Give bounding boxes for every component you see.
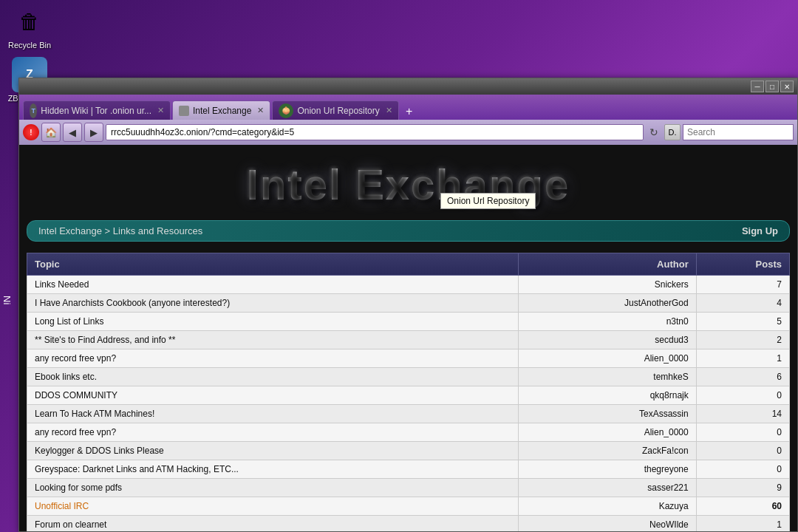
posts-cell: 60 bbox=[696, 497, 789, 516]
topic-cell[interactable]: Learn To Hack ATM Machines! bbox=[27, 405, 519, 423]
topic-cell[interactable]: Greyspace: Darknet Links and ATM Hacking… bbox=[27, 460, 519, 479]
breadcrumb-bar: Intel Exchange > Links and Resources Sig… bbox=[27, 220, 790, 242]
back-button[interactable]: ◀ bbox=[63, 123, 82, 142]
table-row[interactable]: Ebook links etc.temhkeS6 bbox=[27, 368, 790, 386]
table-row[interactable]: Forum on clearnetNeoWIlde1 bbox=[27, 516, 790, 532]
author-cell: thegreyone bbox=[518, 460, 696, 479]
posts-cell: 0 bbox=[696, 442, 789, 460]
posts-cell: 1 bbox=[696, 349, 789, 368]
topic-cell[interactable]: Links Needed bbox=[27, 276, 519, 294]
breadcrumb-text: Intel Exchange > Links and Resources bbox=[38, 225, 202, 236]
table-row[interactable]: Learn To Hack ATM Machines!TexAssassin14 bbox=[27, 405, 790, 423]
posts-cell: 0 bbox=[696, 386, 789, 405]
author-cell: secdud3 bbox=[518, 331, 696, 349]
forum-table: Topic Author Posts Links NeededSnickers7… bbox=[27, 253, 790, 531]
default-icon bbox=[179, 106, 189, 116]
table-row[interactable]: ** Site's to Find Address, and info **se… bbox=[27, 331, 790, 349]
topic-cell[interactable]: ** Site's to Find Address, and info ** bbox=[27, 331, 519, 349]
security-icon: ! bbox=[23, 124, 39, 140]
new-tab-button[interactable]: + bbox=[400, 103, 418, 120]
signup-button[interactable]: Sign Up bbox=[742, 225, 778, 236]
forward-button[interactable]: ▶ bbox=[84, 123, 103, 142]
recycle-bin-icon[interactable]: 🗑 Recycle Bin bbox=[4, 4, 55, 50]
col-topic: Topic bbox=[27, 253, 519, 276]
page-content: Intel Exchange Intel Exchange > Links an… bbox=[19, 145, 797, 531]
posts-cell: 0 bbox=[696, 423, 789, 442]
author-cell: NeoWIlde bbox=[518, 516, 696, 532]
minimize-button[interactable]: ─ bbox=[751, 81, 764, 92]
table-header-row: Topic Author Posts bbox=[27, 253, 790, 276]
tab-intel-exchange-label: Intel Exchange bbox=[193, 106, 251, 116]
table-row[interactable]: Keylogger & DDOS Links PleaseZackFa!con0 bbox=[27, 442, 790, 460]
title-bar: ─ □ ✕ bbox=[19, 78, 797, 95]
forum-table-wrapper: Topic Author Posts Links NeededSnickers7… bbox=[27, 253, 790, 531]
address-tooltip: Onion Url Repository bbox=[440, 193, 536, 209]
author-cell: n3tn0 bbox=[518, 313, 696, 331]
author-cell: sasser221 bbox=[518, 479, 696, 497]
topic-cell[interactable]: I Have Anarchists Cookbook (anyone inter… bbox=[27, 294, 519, 313]
author-cell: temhkeS bbox=[518, 368, 696, 386]
posts-cell: 14 bbox=[696, 405, 789, 423]
table-row[interactable]: any record free vpn?Alien_00000 bbox=[27, 423, 790, 442]
author-cell: Kazuya bbox=[518, 497, 696, 516]
author-cell: JustAnotherGod bbox=[518, 294, 696, 313]
tab-onion-url-label: Onion Url Repository bbox=[297, 106, 379, 116]
col-author: Author bbox=[518, 253, 696, 276]
tab-onion-url[interactable]: 🧅 Onion Url Repository ✕ bbox=[272, 100, 398, 120]
address-text: rrcc5uuudhh4oz3c.onion/?cmd=category&id=… bbox=[111, 127, 294, 137]
page-header: Intel Exchange bbox=[19, 145, 797, 220]
topic-cell[interactable]: any record free vpn? bbox=[27, 349, 519, 368]
author-cell: Snickers bbox=[518, 276, 696, 294]
author-cell: qkq8rnajk bbox=[518, 386, 696, 405]
address-bar[interactable]: rrcc5uuudhh4oz3c.onion/?cmd=category&id=… bbox=[106, 124, 644, 140]
nav-bar: ! 🏠 ◀ ▶ rrcc5uuudhh4oz3c.onion/?cmd=cate… bbox=[19, 120, 797, 145]
restore-button[interactable]: □ bbox=[765, 81, 779, 92]
topic-cell[interactable]: Long List of Links bbox=[27, 313, 519, 331]
tor-icon: T bbox=[30, 103, 37, 118]
posts-cell: 9 bbox=[696, 479, 789, 497]
author-cell: Alien_0000 bbox=[518, 349, 696, 368]
onion-icon: 🧅 bbox=[279, 103, 293, 118]
table-row[interactable]: I Have Anarchists Cookbook (anyone inter… bbox=[27, 294, 790, 313]
posts-cell: 2 bbox=[696, 331, 789, 349]
nav-buttons: 🏠 bbox=[41, 123, 61, 142]
topic-cell[interactable]: any record free vpn? bbox=[27, 423, 519, 442]
topic-cell[interactable]: Ebook links etc. bbox=[27, 368, 519, 386]
topic-cell[interactable]: Forum on clearnet bbox=[27, 516, 519, 532]
tab-hidden-wiki-label: Hidden Wiki | Tor .onion ur... bbox=[41, 106, 151, 116]
tab-intel-exchange-close[interactable]: ✕ bbox=[257, 106, 264, 115]
posts-cell: 7 bbox=[696, 276, 789, 294]
search-icon[interactable]: D. bbox=[664, 124, 681, 140]
posts-cell: 1 bbox=[696, 516, 789, 532]
table-row[interactable]: Links NeededSnickers7 bbox=[27, 276, 790, 294]
close-button[interactable]: ✕ bbox=[780, 81, 794, 92]
table-row[interactable]: Long List of Linksn3tn05 bbox=[27, 313, 790, 331]
tab-hidden-wiki-close[interactable]: ✕ bbox=[157, 106, 164, 115]
table-row[interactable]: Looking for some pdfssasser2219 bbox=[27, 479, 790, 497]
table-row[interactable]: Greyspace: Darknet Links and ATM Hacking… bbox=[27, 460, 790, 479]
posts-cell: 6 bbox=[696, 368, 789, 386]
search-input[interactable] bbox=[683, 124, 794, 140]
posts-cell: 4 bbox=[696, 294, 789, 313]
side-label: Ni bbox=[1, 296, 13, 304]
author-cell: TexAssassin bbox=[518, 405, 696, 423]
topic-cell[interactable]: Unofficial IRC bbox=[27, 497, 519, 516]
tab-hidden-wiki[interactable]: T Hidden Wiki | Tor .onion ur... ✕ bbox=[23, 100, 171, 120]
author-cell: Alien_0000 bbox=[518, 423, 696, 442]
refresh-button[interactable]: ↻ bbox=[646, 124, 662, 140]
topic-cell[interactable]: Looking for some pdfs bbox=[27, 479, 519, 497]
nav-home-icon[interactable]: 🏠 bbox=[41, 123, 61, 142]
table-row[interactable]: Unofficial IRCKazuya60 bbox=[27, 497, 790, 516]
posts-cell: 0 bbox=[696, 460, 789, 479]
topic-cell[interactable]: DDOS COMMUNITY bbox=[27, 386, 519, 405]
col-posts: Posts bbox=[696, 253, 789, 276]
table-row[interactable]: any record free vpn?Alien_00001 bbox=[27, 349, 790, 368]
tab-onion-url-close[interactable]: ✕ bbox=[386, 106, 392, 115]
tab-intel-exchange[interactable]: Intel Exchange ✕ bbox=[172, 100, 270, 120]
author-cell: ZackFa!con bbox=[518, 442, 696, 460]
recycle-bin-label: Recycle Bin bbox=[8, 41, 51, 50]
page-title: Intel Exchange bbox=[19, 160, 797, 209]
topic-cell[interactable]: Keylogger & DDOS Links Please bbox=[27, 442, 519, 460]
tab-bar: T Hidden Wiki | Tor .onion ur... ✕ Intel… bbox=[19, 95, 797, 120]
table-row[interactable]: DDOS COMMUNITYqkq8rnajk0 bbox=[27, 386, 790, 405]
